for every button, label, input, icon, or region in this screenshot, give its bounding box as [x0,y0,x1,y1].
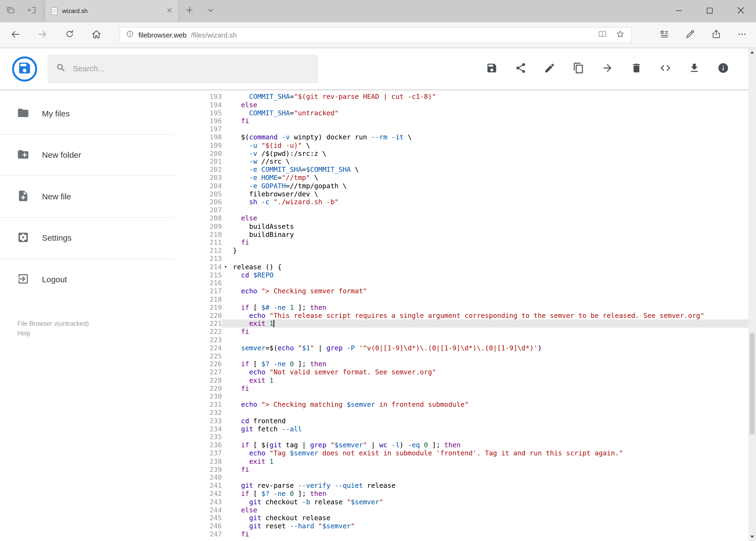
reading-view-icon[interactable] [597,29,608,41]
code-line[interactable]: 201 -w //src \ [202,158,756,166]
code-line[interactable]: 241 git rev-parse --verify --quiet relea… [202,482,756,490]
code-line[interactable]: 238 exit 1 [202,457,756,465]
web-note-button[interactable] [677,22,703,48]
code-line[interactable]: 247 fi [202,530,756,538]
code-line[interactable]: 194 else [202,101,756,109]
code-line[interactable]: 206 sh -c "./wizard.sh -b" [202,198,756,206]
hub-favorites-button[interactable] [651,22,677,48]
browser-tab[interactable]: wizard.sh [45,0,179,22]
rename-button[interactable] [544,63,556,75]
info-button[interactable] [717,63,729,75]
file-browser-logo[interactable] [12,56,37,81]
code-line[interactable]: 226 if [ $? -ne 0 ]; then [202,360,756,368]
code-line[interactable]: 236 if [ $(git tag | grep "$semver" | wc… [202,441,756,449]
code-line[interactable]: 237 echo "Tag $semver does not exist in … [202,449,756,457]
code-line[interactable]: 239 fi [202,465,756,473]
code-line[interactable]: 211 fi [202,239,756,247]
sidebar-item-new-folder[interactable]: New folder [0,135,202,176]
code-line[interactable]: 202 -e COMMIT_SHA=$COMMIT_SHA \ [202,166,756,174]
code-line[interactable]: 242 if [ $? -ne 0 ]; then [202,490,756,498]
code-line[interactable]: 208 else [202,214,756,222]
save-button[interactable] [486,63,498,75]
fold-marker-icon[interactable]: ▾ [222,263,230,271]
code-line[interactable]: 196 fi [202,117,756,125]
code-line[interactable]: 217 echo "> Checking semver format" [202,287,756,295]
code-editor[interactable]: 193 COMMIT_SHA="$(git rev-parse HEAD | c… [202,89,756,541]
browser-scrollbar[interactable] [748,48,756,541]
code-line[interactable]: 205 filebrowser/dev \ [202,190,756,198]
code-line[interactable]: 213 [202,255,756,263]
code-line[interactable]: 218 [202,295,756,303]
favorite-star-icon[interactable] [615,29,626,41]
back-button[interactable] [2,22,29,48]
window-maximize-button[interactable] [694,0,725,22]
copy-button[interactable] [573,63,584,75]
code-line[interactable]: 246 git reset --hard "$semver" [202,522,756,530]
code-line[interactable]: 222 fi [202,327,756,336]
code-line[interactable]: 233 cd frontend [202,417,756,425]
code-line[interactable]: 203 -e HOME="//tmp" \ [202,174,756,182]
search-input[interactable] [73,64,310,74]
delete-button[interactable] [631,63,642,75]
code-line[interactable]: 245 git checkout release [202,514,756,522]
code-line[interactable]: 223 [202,336,756,344]
tab-list-dropdown-button[interactable] [200,0,221,22]
new-tab-button[interactable] [179,0,200,22]
code-line[interactable]: 210 buildBinary [202,231,756,239]
code-line[interactable]: 230 [202,392,756,400]
code-line[interactable]: 219 if [ $# -ne 1 ]; then [202,303,756,311]
code-line[interactable]: 197 [202,125,756,133]
code-line[interactable]: 193 COMMIT_SHA="$(git rev-parse HEAD | c… [202,93,756,101]
code-line[interactable]: 200 -v /$(pwd):/src:z \ [202,149,756,158]
address-bar[interactable]: filebrowser.web/files/wizard.sh [120,27,631,43]
tab-preview-button[interactable] [0,0,21,22]
code-line[interactable]: 243 git checkout -b release "$semver" [202,498,756,506]
code-line[interactable]: 220 echo "This release script requires a… [202,311,756,319]
search-box[interactable] [48,55,318,83]
code-line[interactable]: 214▾release () { [202,263,756,271]
code-line[interactable]: 199 -u "$(id -u)" \ [202,141,756,149]
site-info-icon[interactable] [126,30,134,40]
code-line[interactable]: 225 [202,352,756,360]
code-line[interactable]: 221 exit 1 [202,319,756,327]
code-line[interactable]: 195 COMMIT_SHA="untracked" [202,109,756,117]
move-button[interactable] [602,63,613,75]
tab-close-icon[interactable] [166,6,172,15]
code-line[interactable]: 229 fi [202,384,756,392]
forward-button[interactable] [29,22,56,48]
set-tabs-aside-button[interactable] [21,0,43,22]
code-line[interactable]: 231 echo "> Checking matching $semver in… [202,400,756,409]
code-line[interactable]: 228 exit 1 [202,376,756,384]
download-button[interactable] [688,63,700,75]
code-line[interactable]: 244 else [202,506,756,514]
code-line[interactable]: 209 buildAssets [202,222,756,231]
share-button-browser[interactable] [703,22,729,48]
code-line[interactable]: 232 [202,409,756,417]
code-line[interactable]: 198 $(command -v winpty) docker run --rm… [202,133,756,141]
code-line[interactable]: 234 git fetch --all [202,425,756,433]
code-line[interactable]: 215 cd $REPO [202,271,756,279]
window-close-button[interactable] [725,0,756,22]
sidebar-item-logout[interactable]: Logout [0,259,202,300]
scroll-down-arrow-icon[interactable] [748,533,756,541]
code-line[interactable]: 207 [202,206,756,214]
home-button[interactable] [83,22,110,48]
scroll-up-arrow-icon[interactable] [748,48,756,56]
editor-button[interactable] [660,63,671,75]
code-line[interactable]: 204 -e GOPATH=//tmp/gopath \ [202,182,756,190]
code-line[interactable]: 212} [202,247,756,255]
sidebar-item-new-file[interactable]: New file [0,176,202,217]
code-line[interactable]: 235 [202,433,756,441]
more-options-button[interactable] [729,22,755,48]
code-line[interactable]: 227 echo "Not valid semver format. See s… [202,368,756,376]
code-line[interactable]: 224 semver=$(echo "$1" | grep -P '^v(0|[… [202,344,756,352]
sidebar-item-my-files[interactable]: My files [0,93,202,134]
help-link[interactable]: Help [17,329,89,338]
sidebar-item-settings[interactable]: Settings [0,218,202,259]
code-line[interactable]: 240 [202,473,756,482]
refresh-button[interactable] [56,22,83,48]
code-line[interactable]: 216 [202,279,756,287]
scrollbar-thumb[interactable] [750,333,755,434]
share-button[interactable] [515,63,527,75]
app-version-link[interactable]: File Browser v(untracked) [17,319,89,329]
